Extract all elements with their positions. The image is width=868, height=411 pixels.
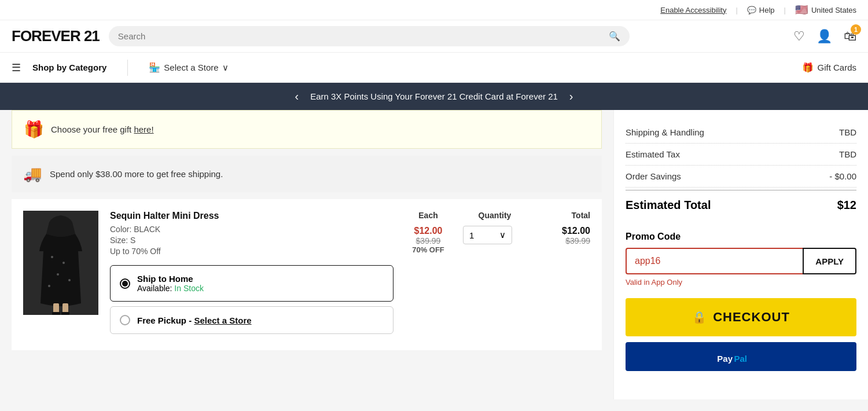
estimated-total-value: $12	[837, 199, 856, 212]
help-button[interactable]: 💬 Help	[747, 6, 775, 14]
product-details: Sequin Halter Mini Dress Color: BLACK Si…	[110, 211, 393, 339]
product-image	[23, 211, 98, 315]
product-size: Size: S	[110, 236, 393, 245]
product-name: Sequin Halter Mini Dress	[110, 211, 393, 221]
ship-to-home-option[interactable]: Ship to Home Available: In Stock	[110, 265, 393, 302]
promo-input-row: APPLY	[626, 248, 856, 274]
promo-error: Valid in App Only	[626, 278, 856, 287]
account-icon[interactable]: 👤	[816, 29, 832, 44]
svg-point-1	[51, 256, 53, 258]
chevron-down-icon2: ∨	[499, 230, 506, 240]
search-bar[interactable]: 🔍	[109, 26, 630, 46]
accessibility-link[interactable]: Enable Accessibility	[660, 6, 726, 14]
quantity-select[interactable]: 1 ∨	[463, 226, 512, 244]
total-sale-price: $12.00	[532, 226, 590, 236]
product-color: Color: BLACK	[110, 225, 393, 234]
svg-rect-9	[61, 312, 69, 315]
paypal-button[interactable]: Pay Pal	[626, 342, 856, 371]
estimated-tax-line: Estimated Tax TBD	[626, 144, 856, 166]
product-cols: Sequin Halter Mini Dress Color: BLACK Si…	[110, 211, 590, 339]
cart-icon[interactable]: 🛍 1	[844, 29, 856, 44]
estimated-total: Estimated Total $12	[626, 190, 856, 220]
promo-section: Promo Code APPLY Valid in App Only	[626, 232, 856, 287]
pickup-title: Free Pickup - Select a Store	[137, 315, 384, 325]
free-pickup-option[interactable]: Free Pickup - Select a Store	[110, 306, 393, 334]
chevron-down-icon: ∨	[222, 63, 229, 73]
pickup-radio[interactable]	[120, 315, 130, 325]
separator: |	[735, 6, 737, 14]
svg-point-2	[62, 262, 65, 264]
order-savings-line: Order Savings - $0.00	[626, 166, 856, 188]
pickup-text: Free Pickup - Select a Store	[137, 315, 384, 325]
svg-point-3	[57, 273, 59, 276]
select-store-link[interactable]: Select a Store	[194, 315, 251, 325]
header: FOREVER 21 🔍 ♡ 👤 🛍 1	[0, 20, 868, 53]
svg-rect-8	[52, 312, 60, 315]
main-content: 🎁 Choose your free gift here! 🚚 Spend on…	[0, 110, 868, 399]
banner-prev-arrow[interactable]: ‹	[295, 90, 299, 103]
banner-next-arrow[interactable]: ›	[569, 90, 573, 103]
ship-home-radio[interactable]	[120, 278, 130, 289]
cart-badge: 1	[851, 24, 861, 35]
product-discount-label: Up to 70% Off	[110, 247, 393, 256]
promo-label: Promo Code	[626, 232, 856, 242]
right-panel: Shipping & Handling TBD Estimated Tax TB…	[613, 110, 868, 399]
flag-icon: 🇺🇸	[795, 3, 808, 16]
left-panel: 🎁 Choose your free gift here! 🚚 Spend on…	[0, 110, 613, 399]
gift-icon: 🎁	[802, 62, 814, 73]
free-gift-banner: 🎁 Choose your free gift here!	[12, 110, 602, 149]
svg-point-4	[68, 279, 71, 281]
logo[interactable]: FOREVER 21	[12, 27, 100, 45]
svg-text:Pay: Pay	[717, 354, 733, 364]
shipping-handling-line: Shipping & Handling TBD	[626, 122, 856, 144]
nav-bar: ☰ Shop by Category 🏪 Select a Store ∨ 🎁 …	[0, 53, 868, 83]
total-original-price: $39.99	[532, 236, 590, 245]
quantity-column: Quantity 1 ∨	[463, 211, 527, 244]
svg-text:Pal: Pal	[734, 354, 747, 364]
ship-home-text: Ship to Home Available: In Stock	[137, 274, 384, 293]
free-gift-text: Choose your free gift here!	[51, 124, 154, 134]
each-column: Each $12.00 $39.99 70% OFF	[399, 211, 457, 254]
total-column: Total $12.00 $39.99	[532, 211, 590, 245]
truck-icon: 🚚	[23, 165, 42, 183]
banner-text: Earn 3X Points Using Your Forever 21 Cre…	[310, 91, 558, 101]
product-item: Sequin Halter Mini Dress Color: BLACK Si…	[12, 199, 602, 350]
promo-banner: ‹ Earn 3X Points Using Your Forever 21 C…	[0, 83, 868, 110]
store-icon: 🏪	[149, 62, 160, 73]
nav-left: ☰ Shop by Category 🏪 Select a Store ∨	[12, 60, 229, 76]
shop-by-category[interactable]: Shop by Category	[32, 63, 106, 72]
country-selector[interactable]: 🇺🇸 United States	[795, 3, 856, 16]
gift-box-icon: 🎁	[24, 120, 44, 139]
free-gift-link[interactable]: here!	[134, 124, 153, 134]
checkout-button[interactable]: 🔒 CHECKOUT	[626, 298, 856, 336]
original-price: $39.99	[399, 236, 457, 245]
apply-button[interactable]: APPLY	[803, 248, 856, 274]
sale-price: $12.00	[399, 226, 457, 236]
search-input[interactable]	[118, 31, 604, 41]
shipping-banner: 🚚 Spend only $38.00 more to get free shi…	[12, 156, 602, 192]
estimated-total-label: Estimated Total	[626, 199, 711, 212]
promo-code-input[interactable]	[626, 248, 803, 274]
search-icon: 🔍	[609, 31, 620, 42]
header-icons: ♡ 👤 🛍 1	[793, 29, 856, 44]
ship-options: Ship to Home Available: In Stock	[110, 265, 393, 334]
hamburger-icon[interactable]: ☰	[12, 61, 21, 74]
store-select[interactable]: 🏪 Select a Store ∨	[149, 62, 228, 73]
separator2: |	[784, 6, 786, 14]
wishlist-icon[interactable]: ♡	[793, 29, 805, 44]
shipping-notice-text: Spend only $38.00 more to get free shipp…	[50, 169, 223, 179]
nav-right: 🎁 Gift Cards	[802, 62, 856, 73]
svg-point-5	[48, 285, 50, 287]
ship-home-availability: Available: In Stock	[137, 284, 384, 293]
chat-icon: 💬	[747, 6, 756, 14]
gift-cards-link[interactable]: 🎁 Gift Cards	[802, 62, 856, 73]
discount-percent: 70% OFF	[399, 245, 457, 254]
nav-divider	[127, 60, 128, 76]
lock-icon: 🔒	[692, 310, 707, 324]
top-bar: Enable Accessibility | 💬 Help | 🇺🇸 Unite…	[0, 0, 868, 20]
